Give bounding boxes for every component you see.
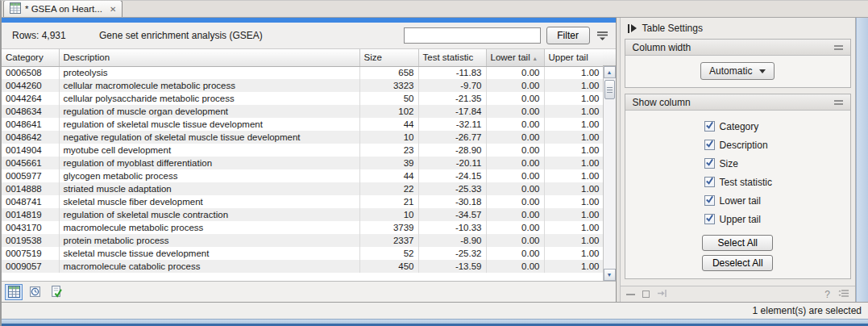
show-column-option-lower-tail[interactable]: Lower tail [625,191,850,210]
table-row[interactable]: 0007519skeletal muscle tissue developmen… [2,247,604,260]
table-cell: regulation of skeletal muscle contractio… [59,208,359,221]
column-width-group: Column width Automatic [625,39,851,88]
table-row[interactable]: 0048741skeletal muscle fiber development… [2,195,604,208]
table-cell: 0.00 [486,169,544,182]
column-header-upper-tail[interactable]: Upper tail [544,49,604,66]
show-column-option-upper-tail[interactable]: Upper tail [625,210,850,228]
checkbox-icon[interactable] [704,177,715,187]
column-width-group-header[interactable]: Column width [625,40,850,56]
table-cell: 1.00 [544,260,604,273]
show-column-option-description[interactable]: Description [625,136,850,154]
table-cell: 1.00 [544,182,604,195]
table-cell: cellular macromolecule metabolic process [59,79,359,92]
table-row[interactable]: 0045661regulation of myoblast differenti… [2,157,604,169]
table-cell: 0005977 [2,169,59,182]
table-row[interactable]: 0048634regulation of muscle organ develo… [2,105,604,118]
vertical-scrollbar[interactable]: ▲ ▼ [603,66,616,281]
scroll-down-button[interactable]: ▼ [604,269,616,281]
column-header-description[interactable]: Description [59,49,359,66]
gsea-table: Category Description Size Test statistic… [2,49,616,281]
checkbox-icon[interactable] [704,195,715,206]
table-row[interactable]: 0006508proteolysis658-11.830.001.00 [2,66,604,79]
table-cell: 10 [359,208,418,221]
table-cell: 0014819 [2,208,59,221]
panel-collapse-icon[interactable] [628,24,637,33]
table-row[interactable]: 0043170macromolecule metabolic process37… [2,221,604,234]
table-cell: 0048641 [2,118,59,131]
table-row[interactable]: 0044260cellular macromolecule metabolic … [2,79,604,92]
history-view-button[interactable] [26,284,44,300]
table-cell: -20.11 [418,157,486,169]
table-view-button[interactable] [5,284,23,300]
tab-title: * GSEA on Heart... [25,4,102,14]
column-width-dropdown[interactable]: Automatic [700,62,775,80]
table-cell: -8.90 [418,234,486,247]
table-cell: 0009057 [2,260,59,273]
table-row[interactable]: 0014888striated muscle adaptation22-25.3… [2,182,604,195]
show-column-option-category[interactable]: Category [625,117,850,136]
table-cell: -25.32 [418,247,486,260]
table-cell: 0.00 [486,208,544,221]
column-header-lower-tail[interactable]: Lower tail▴ [486,49,544,66]
element-info-view-button[interactable] [47,284,64,300]
tab-gsea-on-heart[interactable]: * GSEA on Heart... ✕ [3,0,123,17]
table-cell: macromolecule metabolic process [59,221,359,234]
checkbox-icon[interactable] [704,158,715,169]
table-cell: protein metabolic process [59,234,359,247]
table-cell: 3739 [359,221,418,234]
checkbox-icon[interactable] [704,214,715,224]
advanced-filter-icon[interactable] [596,31,608,40]
checkbox-icon[interactable] [704,121,715,132]
column-header-category[interactable]: Category [2,49,59,66]
group-collapse-icon[interactable] [834,100,843,105]
dock-panel-icon[interactable] [657,289,667,300]
minimize-panel-icon[interactable] [626,294,635,295]
restore-panel-icon[interactable] [642,290,650,298]
table-row[interactable]: 0014819regulation of skeletal muscle con… [2,208,604,221]
panel-footer: ? [621,286,855,302]
table-cell: 102 [359,105,418,118]
table-cell: 0006508 [2,66,59,79]
checkbox-icon[interactable] [704,140,715,150]
table-row[interactable]: 0014904myotube cell development23-28.900… [2,144,604,157]
table-cell: 1.00 [544,169,604,182]
filter-input[interactable] [404,27,541,44]
table-cell: 21 [359,195,418,208]
table-row[interactable]: 0005977glycogen metabolic process44-24.1… [2,169,604,182]
panel-presets-icon[interactable] [838,289,849,300]
column-header-size[interactable]: Size [359,49,418,66]
table-cell: 1.00 [544,195,604,208]
select-all-button[interactable]: Select All [702,235,773,251]
filter-button[interactable]: Filter [546,27,590,44]
table-cell: 1.00 [544,92,604,105]
help-icon[interactable]: ? [824,289,830,300]
show-column-option-size[interactable]: Size [625,154,850,173]
column-header-test-statistic[interactable]: Test statistic [418,49,486,66]
table-cell: regulation of skeletal muscle tissue dev… [59,118,359,131]
table-cell: 0.00 [486,195,544,208]
table-cell: 0014888 [2,182,59,195]
table-row[interactable]: 0048642negative regulation of skeletal m… [2,131,604,144]
table-row[interactable]: 0009057macromolecule catabolic process45… [2,260,604,273]
table-cell: glycogen metabolic process [59,169,359,182]
group-collapse-icon[interactable] [834,45,843,50]
table-row[interactable]: 0048641regulation of skeletal muscle tis… [2,118,604,131]
tab-close-icon[interactable]: ✕ [110,5,116,14]
table-cell: -30.18 [418,195,486,208]
table-row[interactable]: 0019538protein metabolic process2337-8.9… [2,234,604,247]
table-cell: 0044260 [2,79,59,92]
scrollbar-thumb[interactable] [604,80,615,99]
table-cell: -34.57 [418,208,486,221]
deselect-all-button[interactable]: Deselect All [702,255,773,271]
table-cell: 1.00 [544,105,604,118]
scroll-up-button[interactable]: ▲ [604,66,616,78]
show-column-group-header[interactable]: Show column [625,94,850,111]
table-row[interactable]: 0044264cellular polysaccharide metabolic… [2,92,604,105]
table-cell: -32.11 [418,118,486,131]
checkbox-label: Lower tail [720,195,761,207]
show-column-option-test-statistic[interactable]: Test statistic [625,173,850,191]
table-cell: 1.00 [544,131,604,144]
table-cell: 3323 [359,79,418,92]
table-header-row: Category Description Size Test statistic… [2,49,604,66]
table-cell: -26.77 [418,131,486,144]
